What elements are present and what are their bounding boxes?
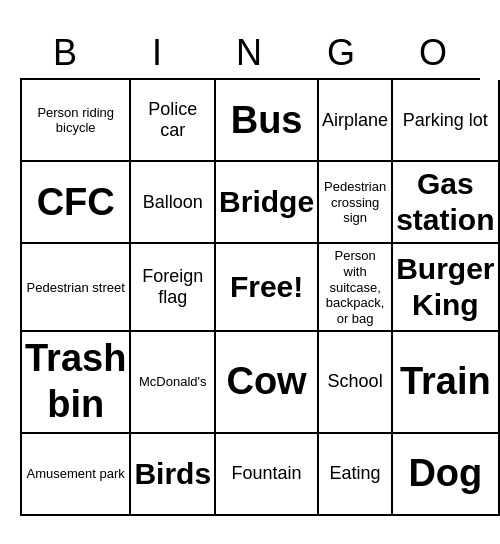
header-letter: O — [388, 28, 480, 78]
cell-text: Fountain — [232, 463, 302, 485]
bingo-cell[interactable]: Foreign flag — [131, 244, 216, 332]
bingo-header: BINGO — [20, 28, 480, 78]
cell-text: School — [328, 371, 383, 393]
cell-text: Dog — [408, 451, 482, 497]
cell-text: Train — [400, 359, 491, 405]
cell-text: Police car — [134, 99, 211, 142]
bingo-cell[interactable]: Cow — [216, 332, 319, 433]
cell-text: Eating — [330, 463, 381, 485]
bingo-cell[interactable]: Burger King — [393, 244, 499, 332]
bingo-grid: Person riding bicyclePolice carBusAirpla… — [20, 78, 480, 515]
bingo-cell[interactable]: McDonald's — [131, 332, 216, 433]
cell-text: Gas station — [396, 166, 494, 238]
bingo-card: BINGO Person riding bicyclePolice carBus… — [10, 18, 490, 525]
bingo-cell[interactable]: Bus — [216, 80, 319, 162]
cell-text: Birds — [134, 456, 211, 492]
cell-text: Burger King — [396, 251, 494, 323]
header-letter: B — [20, 28, 112, 78]
header-letter: N — [204, 28, 296, 78]
bingo-cell[interactable]: Fountain — [216, 434, 319, 516]
cell-text: McDonald's — [139, 374, 207, 390]
cell-text: Airplane — [322, 110, 388, 132]
bingo-cell[interactable]: Free! — [216, 244, 319, 332]
bingo-cell[interactable]: Amusement park — [22, 434, 131, 516]
cell-text: Person riding bicycle — [25, 105, 126, 136]
cell-text: Balloon — [143, 192, 203, 214]
bingo-cell[interactable]: Person riding bicycle — [22, 80, 131, 162]
bingo-cell[interactable]: Bridge — [216, 162, 319, 244]
cell-text: Amusement park — [27, 466, 125, 482]
bingo-cell[interactable]: Pedestrian crossing sign — [319, 162, 393, 244]
cell-text: Person with suitcase, backpack, or bag — [322, 248, 388, 326]
bingo-cell[interactable]: CFC — [22, 162, 131, 244]
bingo-cell[interactable]: School — [319, 332, 393, 433]
bingo-cell[interactable]: Police car — [131, 80, 216, 162]
bingo-cell[interactable]: Person with suitcase, backpack, or bag — [319, 244, 393, 332]
cell-text: Parking lot — [403, 110, 488, 132]
header-letter: G — [296, 28, 388, 78]
bingo-cell[interactable]: Gas station — [393, 162, 499, 244]
cell-text: Bus — [231, 98, 303, 144]
cell-text: Pedestrian crossing sign — [322, 179, 388, 226]
bingo-cell[interactable]: Eating — [319, 434, 393, 516]
bingo-cell[interactable]: Train — [393, 332, 499, 433]
bingo-cell[interactable]: Dog — [393, 434, 499, 516]
bingo-cell[interactable]: Birds — [131, 434, 216, 516]
cell-text: CFC — [37, 180, 115, 226]
header-letter: I — [112, 28, 204, 78]
bingo-cell[interactable]: Trash bin — [22, 332, 131, 433]
cell-text: Free! — [230, 269, 303, 305]
bingo-cell[interactable]: Parking lot — [393, 80, 499, 162]
bingo-cell[interactable]: Airplane — [319, 80, 393, 162]
bingo-cell[interactable]: Balloon — [131, 162, 216, 244]
cell-text: Cow — [226, 359, 306, 405]
cell-text: Pedestrian street — [27, 280, 125, 296]
bingo-cell[interactable]: Pedestrian street — [22, 244, 131, 332]
cell-text: Foreign flag — [134, 266, 211, 309]
cell-text: Trash bin — [25, 336, 126, 427]
cell-text: Bridge — [219, 184, 314, 220]
